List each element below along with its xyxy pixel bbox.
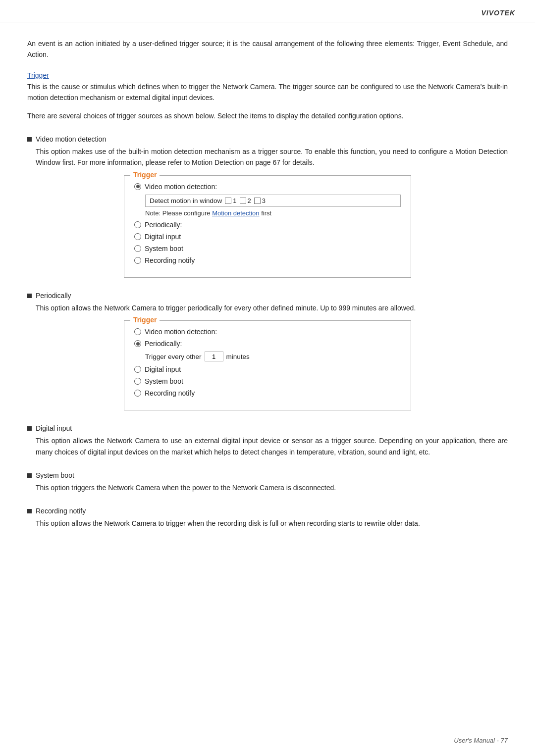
checkbox-3-label: 3 [262, 197, 266, 204]
motion-note: Note: Please configure Motion detection … [145, 209, 401, 217]
motion-detection-link[interactable]: Motion detection [212, 209, 259, 217]
radio-video-motion-2-icon[interactable] [134, 328, 141, 335]
periodically-section: Periodically This option allows the Netw… [27, 292, 508, 410]
radio-periodically-1[interactable]: Periodically: [134, 221, 401, 229]
radio-recording-1-label: Recording notify [145, 256, 195, 264]
system-boot-desc: This option triggers the Network Camera … [36, 482, 508, 493]
recording-notify-label: Recording notify [36, 507, 86, 515]
radio-recording-2-icon[interactable] [134, 390, 141, 397]
page-content: An event is an action initiated by a use… [0, 22, 535, 563]
trigger-unit: minutes [226, 353, 250, 360]
radio-periodically-1-icon[interactable] [134, 221, 141, 228]
radio-video-motion-2[interactable]: Video motion detection: [134, 328, 401, 336]
bullet-icon [27, 137, 32, 142]
detect-motion-row: Detect motion in window 1 2 3 [145, 195, 401, 207]
radio-digital-1-label: Digital input [145, 233, 181, 241]
trigger-link[interactable]: Trigger [27, 71, 49, 79]
checkbox-2-label: 2 [248, 197, 251, 204]
video-motion-section: Video motion detection This option makes… [27, 135, 508, 278]
bullet-icon-4 [27, 473, 32, 478]
radio-periodically-1-label: Periodically: [145, 221, 182, 229]
recording-notify-bullet: Recording notify [27, 507, 508, 515]
radio-video-motion-2-label: Video motion detection: [145, 328, 217, 336]
radio-recording-2-label: Recording notify [145, 389, 195, 397]
radio-digital-2[interactable]: Digital input [134, 365, 401, 373]
radio-digital-2-icon[interactable] [134, 366, 141, 373]
radio-digital-1[interactable]: Digital input [134, 233, 401, 241]
digital-input-bullet: Digital input [27, 424, 508, 432]
trigger-input[interactable] [205, 352, 223, 361]
radio-digital-1-icon[interactable] [134, 233, 141, 240]
system-boot-section: System boot This option triggers the Net… [27, 471, 508, 493]
radio-recording-1-icon[interactable] [134, 257, 141, 264]
bullet-icon-3 [27, 426, 32, 431]
intro-text: An event is an action initiated by a use… [27, 38, 508, 60]
radio-digital-2-label: Digital input [145, 365, 181, 373]
trigger-box-1-title: Trigger [130, 171, 160, 179]
video-motion-desc: This option makes use of the built-in mo… [36, 146, 508, 168]
trigger-desc2: There are several choices of trigger sou… [27, 110, 508, 121]
trigger-section: Trigger This is the cause or stimulus wh… [27, 71, 508, 121]
note-suffix: first [260, 209, 272, 217]
radio-sysboot-1[interactable]: System boot [134, 245, 401, 252]
radio-sysboot-2-label: System boot [145, 377, 183, 385]
trigger-box-2-title: Trigger [130, 316, 160, 324]
video-motion-bullet: Video motion detection [27, 135, 508, 143]
radio-periodically-2-icon[interactable] [134, 340, 141, 347]
page-header: VIVOTEK [0, 0, 535, 22]
checkbox-1[interactable] [225, 198, 231, 204]
radio-recording-1[interactable]: Recording notify [134, 256, 401, 264]
digital-input-label: Digital input [36, 424, 72, 432]
checkbox-1-label: 1 [233, 197, 236, 204]
trigger-box-1: Trigger Video motion detection: Detect m… [124, 175, 411, 278]
radio-periodically-2[interactable]: Periodically: [134, 340, 401, 348]
radio-video-motion[interactable]: Video motion detection: [134, 183, 401, 191]
trigger-label: Trigger every other [145, 353, 202, 360]
radio-sysboot-2[interactable]: System boot [134, 377, 401, 385]
radio-recording-2[interactable]: Recording notify [134, 389, 401, 397]
radio-video-motion-icon[interactable] [134, 183, 141, 190]
periodically-bullet: Periodically [27, 292, 508, 300]
radio-sysboot-1-label: System boot [145, 245, 183, 252]
trigger-desc1: This is the cause or stimulus which defi… [27, 81, 508, 103]
system-boot-label: System boot [36, 471, 74, 479]
footer-text: User's Manual - 77 [454, 737, 508, 744]
recording-notify-desc: This option allows the Network Camera to… [36, 518, 508, 529]
brand-name: VIVOTEK [482, 9, 515, 17]
bullet-icon-2 [27, 294, 32, 298]
radio-sysboot-2-icon[interactable] [134, 378, 141, 385]
recording-notify-section: Recording notify This option allows the … [27, 507, 508, 529]
trigger-box-2: Trigger Video motion detection: Periodic… [124, 320, 411, 410]
radio-periodically-2-label: Periodically: [145, 340, 182, 348]
checkbox-2[interactable] [240, 198, 246, 204]
bullet-icon-5 [27, 509, 32, 513]
checkbox-3[interactable] [254, 198, 261, 204]
page-footer: User's Manual - 77 [454, 737, 508, 744]
video-motion-label: Video motion detection [36, 135, 106, 143]
digital-input-section: Digital input This option allows the Net… [27, 424, 508, 457]
system-boot-bullet: System boot [27, 471, 508, 479]
periodically-desc: This option allows the Network Camera to… [36, 302, 508, 313]
trigger-every-row: Trigger every other minutes [145, 352, 401, 361]
radio-video-motion-label: Video motion detection: [145, 183, 217, 191]
radio-sysboot-1-icon[interactable] [134, 245, 141, 252]
note-prefix: Note: Please configure [145, 209, 212, 217]
detect-motion-label: Detect motion in window [150, 197, 222, 204]
digital-input-desc: This option allows the Network Camera to… [36, 435, 508, 457]
periodically-label: Periodically [36, 292, 71, 300]
